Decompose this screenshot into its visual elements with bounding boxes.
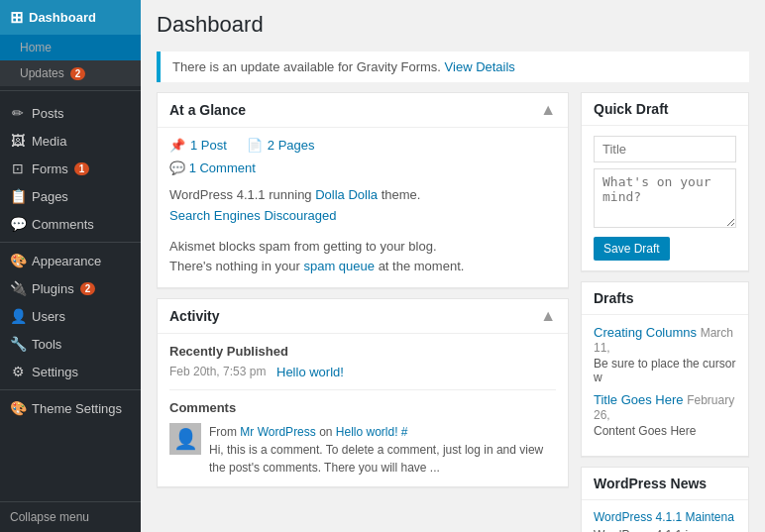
updates-badge: 2 xyxy=(70,67,86,80)
comment-post-link[interactable]: Hello world! # xyxy=(336,425,408,439)
at-a-glance-widget: At a Glance ▲ 📌 1 Post 📄 2 Pages xyxy=(157,92,569,288)
users-label: Users xyxy=(32,309,65,324)
quick-draft-header: Quick Draft xyxy=(582,93,748,126)
sidebar-item-home[interactable]: Home xyxy=(0,35,141,60)
at-a-glance-body: 📌 1 Post 📄 2 Pages 💬 1 Comment xyxy=(158,128,568,287)
activity-header: Activity ▲ xyxy=(158,299,568,334)
comment-content: From Mr WordPress on Hello world! # Hi, … xyxy=(209,423,556,477)
commenter-link[interactable]: Mr WordPress xyxy=(240,425,315,439)
quick-draft-body: Save Draft xyxy=(582,126,748,270)
wp-news-widget: WordPress News WordPress 4.1.1 Maintena … xyxy=(581,467,749,532)
sidebar-item-pages[interactable]: 📋 Pages xyxy=(0,182,141,210)
comment-count-link[interactable]: 1 Comment xyxy=(189,160,256,175)
sidebar-item-media[interactable]: 🖼 Media xyxy=(0,127,141,155)
side-column: Quick Draft Save Draft Drafts xyxy=(581,92,749,532)
dashboard-columns: At a Glance ▲ 📌 1 Post 📄 2 Pages xyxy=(157,92,749,532)
activity-body: Recently Published Feb 20th, 7:53 pm Hel… xyxy=(158,334,568,486)
home-submenu: Home Updates 2 xyxy=(0,35,141,86)
main-content: Dashboard There is an update available f… xyxy=(141,0,765,532)
sidebar-item-forms[interactable]: ⊡ Forms 1 xyxy=(0,155,141,182)
wp-news-link-1[interactable]: WordPress 4.1.1 Maintena xyxy=(594,510,734,524)
forms-icon: ⊡ xyxy=(10,160,26,176)
main-column: At a Glance ▲ 📌 1 Post 📄 2 Pages xyxy=(157,92,569,532)
sidebar: ⊞ Dashboard Home Updates 2 ✏ Posts 🖼 Med… xyxy=(0,0,141,532)
page-count-link[interactable]: 2 Pages xyxy=(268,138,315,153)
sidebar-item-posts[interactable]: ✏ Posts xyxy=(0,99,141,127)
wp-news-body: WordPress 4.1.1 Maintena WordPress 4.1.1… xyxy=(582,500,748,532)
theme-settings-icon: 🎨 xyxy=(10,400,26,416)
posts-icon: ✏ xyxy=(10,105,26,121)
update-notice: There is an update available for Gravity… xyxy=(157,52,749,82)
wp-running-text: running xyxy=(269,187,315,202)
plugins-icon: 🔌 xyxy=(10,280,26,296)
at-a-glance-collapse[interactable]: ▲ xyxy=(540,101,556,119)
draft-1-text: Be sure to place the cursor w xyxy=(594,357,736,384)
pub-date: Feb 20th, 7:53 pm xyxy=(169,365,269,378)
activity-collapse[interactable]: ▲ xyxy=(540,307,556,325)
appearance-icon: 🎨 xyxy=(10,253,26,268)
glance-page-stat[interactable]: 📄 2 Pages xyxy=(247,138,315,153)
forms-label: Forms xyxy=(32,161,68,176)
collapse-menu-button[interactable]: Collapse menu xyxy=(0,501,141,532)
activity-pub-item: Feb 20th, 7:53 pm Hello world! xyxy=(169,365,556,379)
search-engines-link[interactable]: Search Engines Discouraged xyxy=(169,208,336,223)
comments-title: Comments xyxy=(169,400,556,415)
sidebar-item-tools[interactable]: 🔧 Tools xyxy=(0,330,141,358)
drafts-widget: Drafts Creating Columns March 11, Be sur… xyxy=(581,281,749,457)
spam-text: There's nothing in your xyxy=(169,259,303,273)
quick-draft-widget: Quick Draft Save Draft xyxy=(581,92,749,271)
recently-published-title: Recently Published xyxy=(169,344,556,359)
appearance-label: Appearance xyxy=(32,254,101,268)
drafts-title: Drafts xyxy=(594,290,633,306)
media-icon: 🖼 xyxy=(10,133,26,149)
comment-stat-icon: 💬 xyxy=(169,160,185,175)
draft-item-1: Creating Columns March 11, Be sure to pl… xyxy=(594,325,736,384)
theme-settings-label: Theme Settings xyxy=(32,401,122,416)
draft-2-link[interactable]: Title Goes Here xyxy=(594,392,684,407)
settings-icon: ⚙ xyxy=(10,364,26,379)
wp-news-header: WordPress News xyxy=(582,468,748,500)
pub-link[interactable]: Hello world! xyxy=(276,365,344,379)
spam-queue-link[interactable]: spam queue xyxy=(303,259,375,273)
draft-1-link[interactable]: Creating Columns xyxy=(594,325,697,340)
sidebar-item-settings[interactable]: ⚙ Settings xyxy=(0,358,141,385)
sidebar-item-comments[interactable]: 💬 Comments xyxy=(0,210,141,238)
avatar-icon: 👤 xyxy=(173,427,198,451)
notice-view-details-link[interactable]: View Details xyxy=(445,59,515,74)
post-icon: 📌 xyxy=(169,138,185,153)
sidebar-item-appearance[interactable]: 🎨 Appearance xyxy=(0,247,141,274)
post-count-link[interactable]: 1 Post xyxy=(190,138,227,153)
comment-avatar: 👤 xyxy=(169,423,201,455)
wp-theme-text2: theme. xyxy=(382,187,421,202)
home-label: Home xyxy=(20,41,52,54)
glance-stats: 📌 1 Post 📄 2 Pages xyxy=(169,138,556,153)
comments-label: Comments xyxy=(32,217,94,232)
pages-label: Pages xyxy=(32,189,68,204)
sidebar-header[interactable]: ⊞ Dashboard xyxy=(0,0,141,35)
sidebar-item-updates[interactable]: Updates 2 xyxy=(0,60,141,86)
draft-item-2: Title Goes Here February 26, Content Goe… xyxy=(594,392,736,438)
spam-text2: at the moment. xyxy=(379,259,465,273)
sidebar-item-theme-settings[interactable]: 🎨 Theme Settings xyxy=(0,394,141,422)
settings-label: Settings xyxy=(32,365,78,379)
save-draft-button[interactable]: Save Draft xyxy=(594,237,670,261)
sidebar-divider-3 xyxy=(0,389,141,390)
quick-draft-title: Quick Draft xyxy=(594,101,668,117)
comment-on-text: on xyxy=(319,425,336,439)
draft-title-input[interactable] xyxy=(594,136,736,162)
tools-label: Tools xyxy=(32,337,61,352)
sidebar-item-plugins[interactable]: 🔌 Plugins 2 xyxy=(0,274,141,302)
glance-comment-stat[interactable]: 💬 1 Comment xyxy=(169,160,556,175)
activity-title: Activity xyxy=(169,308,220,324)
draft-2-text: Content Goes Here xyxy=(594,424,736,438)
draft-body-input[interactable] xyxy=(594,168,736,228)
collapse-menu-label: Collapse menu xyxy=(10,510,89,524)
at-a-glance-title: At a Glance xyxy=(169,102,246,118)
sidebar-item-users[interactable]: 👤 Users xyxy=(0,302,141,330)
media-label: Media xyxy=(32,134,66,149)
theme-link[interactable]: Dolla Dolla xyxy=(315,187,378,202)
glance-wp-info: WordPress 4.1.1 running Dolla Dolla them… xyxy=(169,185,556,227)
page-content-area: Dashboard There is an update available f… xyxy=(141,0,765,532)
forms-badge: 1 xyxy=(74,162,90,175)
glance-post-stat[interactable]: 📌 1 Post xyxy=(169,138,227,153)
